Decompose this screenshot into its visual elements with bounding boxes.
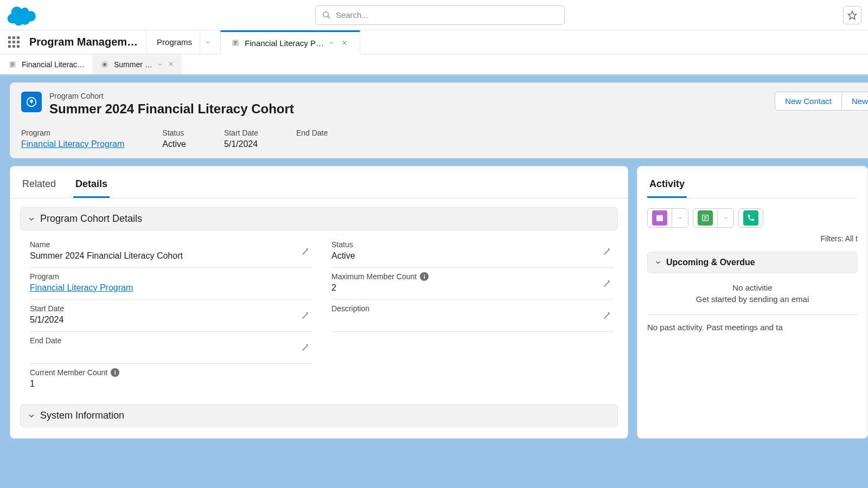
field-status: Status Active (331, 236, 615, 268)
field-value: 5/1/2024 (30, 315, 313, 327)
highlight-field-program: Program Financial Literacy Program (21, 129, 124, 149)
subtab-bar: Financial Literac… Summer … (0, 54, 868, 76)
program-icon (231, 38, 240, 48)
new-button-truncated[interactable]: New (842, 92, 868, 111)
salesforce-logo (7, 4, 37, 26)
chevron-down-icon (27, 215, 36, 223)
edit-field-button[interactable] (301, 343, 310, 354)
field-value (30, 347, 313, 359)
close-icon (168, 61, 174, 67)
pencil-icon (301, 311, 310, 320)
svg-point-6 (103, 63, 106, 66)
log-call-button[interactable] (738, 208, 763, 228)
edit-field-button[interactable] (301, 311, 310, 322)
new-event-button[interactable] (647, 208, 688, 228)
cohort-icon (25, 96, 37, 108)
page-body: Program Cohort Summer 2024 Financial Lit… (0, 76, 868, 488)
pencil-icon (301, 343, 310, 352)
favorites-button[interactable] (843, 6, 861, 24)
edit-field-button[interactable] (603, 247, 611, 258)
highlight-field-start-date: Start Date 5/1/2024 (224, 129, 258, 149)
event-menu[interactable] (672, 209, 688, 227)
past-activity-message: No past activity. Past meetings and ta (647, 323, 858, 332)
field-label: Description (331, 304, 615, 313)
tab-details[interactable]: Details (73, 174, 110, 198)
record-type-label: Program Cohort (49, 92, 294, 100)
field-start-date: Start Date 5/1/2024 (30, 300, 313, 332)
section-title: Program Cohort Details (40, 213, 142, 224)
close-tab-button[interactable] (339, 37, 350, 49)
new-task-button[interactable] (693, 208, 734, 228)
subtab-current-record[interactable]: Summer … (92, 54, 182, 74)
nav-item-menu[interactable] (200, 30, 215, 54)
highlight-field-end-date: End Date (296, 129, 328, 149)
field-label: End Date (30, 336, 313, 345)
activity-filters[interactable]: Filters: All t (647, 234, 858, 243)
chevron-down-icon[interactable] (157, 61, 163, 68)
program-icon (8, 60, 17, 69)
info-icon[interactable]: i (420, 272, 429, 281)
subtab-label: Summer … (114, 60, 152, 69)
nav-item-programs[interactable]: Programs (146, 30, 220, 54)
new-contact-button[interactable]: New Contact (775, 92, 842, 111)
svg-rect-11 (661, 215, 662, 216)
record-type-icon (21, 92, 42, 112)
global-header (0, 0, 868, 30)
record-title: Summer 2024 Financial Literacy Cohort (49, 101, 294, 117)
task-icon (698, 210, 713, 226)
field-value: Active (162, 139, 186, 149)
program-link[interactable]: Financial Literacy Program (21, 139, 124, 149)
tab-activity[interactable]: Activity (647, 174, 687, 198)
workspace-tab[interactable]: Financial Literacy P… (220, 30, 360, 54)
info-icon[interactable]: i (111, 368, 119, 377)
phone-icon (743, 210, 758, 226)
close-icon (341, 40, 348, 46)
highlights-panel: Program Cohort Summer 2024 Financial Lit… (10, 82, 868, 158)
app-launcher-button[interactable] (0, 30, 27, 54)
field-description: Description (331, 300, 615, 332)
edit-field-button[interactable] (603, 311, 611, 322)
field-value: Summer 2024 Financial Literacy Cohort (30, 251, 313, 263)
field-name: Name Summer 2024 Financial Literacy Coho… (30, 236, 313, 268)
field-value (331, 315, 615, 327)
close-subtab-button[interactable] (168, 60, 174, 69)
edit-field-button[interactable] (603, 279, 611, 290)
star-icon (847, 10, 857, 20)
task-menu[interactable] (717, 209, 733, 227)
field-label: Start Date (30, 304, 313, 313)
subtab-parent-record[interactable]: Financial Literac… (0, 54, 92, 74)
chevron-down-icon (654, 259, 662, 266)
nav-item-label: Programs (157, 37, 192, 47)
section-header-cohort-details[interactable]: Program Cohort Details (20, 207, 618, 230)
search-icon (322, 11, 331, 20)
field-label: Program (30, 272, 313, 281)
edit-field-button[interactable] (301, 247, 310, 258)
field-label: Current Member Count i (30, 368, 313, 377)
field-label: Program (21, 129, 124, 137)
svg-point-0 (323, 12, 328, 17)
pencil-icon (603, 311, 611, 320)
upcoming-overdue-section[interactable]: Upcoming & Overdue (647, 252, 858, 273)
field-label: Status (162, 129, 186, 137)
chevron-down-icon (205, 39, 211, 46)
global-search[interactable] (315, 5, 565, 25)
field-value: 1 (30, 379, 313, 391)
field-end-date: End Date (30, 332, 313, 364)
chevron-down-icon (678, 215, 683, 221)
field-value: 5/1/2024 (224, 139, 258, 149)
field-label: Maximum Member Count i (331, 272, 615, 281)
calendar-icon (652, 210, 667, 226)
app-launcher-icon (8, 36, 20, 48)
tab-related[interactable]: Related (20, 174, 58, 198)
search-input[interactable] (336, 10, 558, 20)
subtab-label: Financial Literac… (22, 60, 85, 69)
svg-rect-9 (656, 215, 663, 217)
pencil-icon (603, 279, 611, 288)
record-detail-panel: Related Details Program Cohort Details N… (10, 166, 628, 439)
program-link[interactable]: Financial Literacy Program (30, 283, 313, 295)
chevron-down-icon[interactable] (328, 40, 335, 46)
no-activities-message: No activitie Get started by sending an e… (647, 279, 858, 315)
detail-tabset: Related Details (10, 174, 628, 198)
field-value: Active (331, 251, 615, 263)
section-header-system-info[interactable]: System Information (20, 404, 618, 427)
